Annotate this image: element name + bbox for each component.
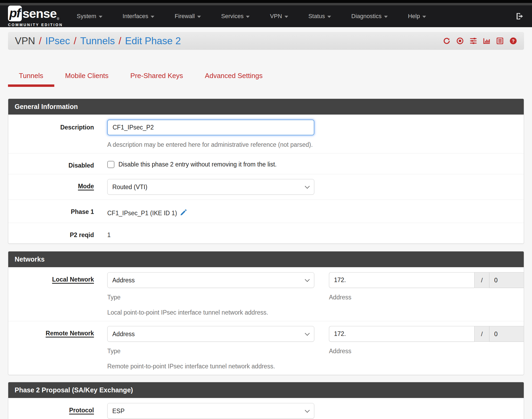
logo-edition-tagline: COMMUNITY EDITION xyxy=(8,23,63,27)
general-information-panel: General Information Description A descri… xyxy=(8,99,524,244)
tab-advanced-settings[interactable]: Advanced Settings xyxy=(194,72,274,87)
disabled-checkbox-label: Disable this phase 2 entry without remov… xyxy=(118,161,277,168)
local-network-label: Local Network xyxy=(8,272,107,316)
chevron-down-icon xyxy=(284,16,288,18)
breadcrumb-ipsec[interactable]: IPsec xyxy=(45,35,70,47)
remote-type-help: Type xyxy=(107,348,314,355)
status-chart-icon[interactable] xyxy=(483,37,490,45)
remote-address-help: Address xyxy=(329,348,524,355)
local-network-type-select[interactable]: Address xyxy=(107,272,314,288)
disabled-row: Disabled Disable this phase 2 entry with… xyxy=(8,153,524,174)
networks-panel: Networks Local Network Address Type Loca… xyxy=(8,251,524,375)
remote-mask-select[interactable]: 0 xyxy=(489,326,524,342)
menu-diagnostics[interactable]: Diagnostics xyxy=(351,13,388,20)
menu-interfaces[interactable]: Interfaces xyxy=(123,13,155,20)
sliders-icon[interactable] xyxy=(469,37,477,45)
mode-row: Mode Routed (VTI) xyxy=(8,174,524,200)
logo-pf-mark: pf xyxy=(8,6,22,21)
remote-network-help: Remote point-to-point IPsec interface tu… xyxy=(107,363,314,370)
protocol-select[interactable]: ESP xyxy=(107,403,314,419)
svg-text:?: ? xyxy=(512,39,514,44)
cidr-slash-addon: / xyxy=(474,326,489,342)
local-network-help: Local point-to-point IPsec interface tun… xyxy=(107,309,314,316)
logo-registered-mark: ® xyxy=(57,17,59,21)
description-input[interactable] xyxy=(107,120,314,135)
chevron-down-icon xyxy=(246,16,250,18)
tab-pre-shared-keys[interactable]: Pre-Shared Keys xyxy=(119,72,194,87)
chevron-down-icon xyxy=(197,16,201,18)
description-help: A description may be entered here for ad… xyxy=(107,141,516,148)
breadcrumb-edit-phase2[interactable]: Edit Phase 2 xyxy=(125,35,181,47)
local-address-input[interactable] xyxy=(329,272,474,288)
pfsense-logo[interactable]: pf sense ® COMMUNITY EDITION xyxy=(8,6,63,27)
chevron-down-icon xyxy=(422,16,426,18)
phase1-label: Phase 1 xyxy=(8,205,107,218)
description-label: Description xyxy=(8,120,107,148)
menu-vpn[interactable]: VPN xyxy=(270,13,288,20)
phase1-value: CF1_IPsec_P1 (IKE ID 1) xyxy=(107,210,177,217)
menu-firewall[interactable]: Firewall xyxy=(175,13,201,20)
phase2-proposal-panel: Phase 2 Proposal (SA/Key Exchange) Proto… xyxy=(8,382,524,419)
refresh-icon[interactable] xyxy=(443,37,451,45)
local-type-help: Type xyxy=(107,294,314,301)
top-navbar: pf sense ® COMMUNITY EDITION System Inte… xyxy=(0,5,532,27)
chevron-down-icon xyxy=(327,16,331,18)
logout-button[interactable] xyxy=(515,12,524,21)
breadcrumb-tunnels[interactable]: Tunnels xyxy=(80,35,115,47)
description-row: Description A description may be entered… xyxy=(8,115,524,153)
sign-out-icon xyxy=(515,12,524,21)
logo-sense-text: sense xyxy=(22,7,56,20)
chevron-down-icon xyxy=(151,16,154,18)
navbar-menus: System Interfaces Firewall Services VPN … xyxy=(77,13,426,20)
log-list-icon[interactable] xyxy=(496,37,504,45)
help-icon[interactable]: ? xyxy=(509,37,517,45)
tab-mobile-clients[interactable]: Mobile Clients xyxy=(54,72,119,87)
cidr-slash-addon: / xyxy=(474,272,489,288)
tab-tunnels[interactable]: Tunnels xyxy=(8,72,54,87)
edit-phase1-button[interactable] xyxy=(180,208,188,218)
panel-title: Phase 2 Proposal (SA/Key Exchange) xyxy=(8,382,524,398)
stop-circle-icon[interactable] xyxy=(456,37,464,45)
p2reqid-value: 1 xyxy=(107,228,516,239)
ipsec-tab-bar: Tunnels Mobile Clients Pre-Shared Keys A… xyxy=(8,72,524,87)
mode-select[interactable]: Routed (VTI) xyxy=(107,179,314,195)
remote-network-row: Remote Network Address Type Remote point… xyxy=(8,321,524,375)
breadcrumb-vpn: VPN xyxy=(15,35,35,47)
page-header: VPN / IPsec / Tunnels / Edit Phase 2 xyxy=(8,32,524,50)
remote-network-type-select[interactable]: Address xyxy=(107,326,314,342)
panel-title: General Information xyxy=(8,99,524,115)
p2reqid-label: P2 reqid xyxy=(8,228,107,239)
menu-status[interactable]: Status xyxy=(308,13,331,20)
menu-help[interactable]: Help xyxy=(408,13,426,20)
phase1-row: Phase 1 CF1_IPsec_P1 (IKE ID 1) xyxy=(8,200,524,223)
menu-services[interactable]: Services xyxy=(221,13,250,20)
mode-label: Mode xyxy=(8,179,107,195)
chevron-down-icon xyxy=(99,16,102,18)
breadcrumb: VPN / IPsec / Tunnels / Edit Phase 2 xyxy=(15,35,181,47)
window-sub-strip xyxy=(0,3,532,5)
panel-title: Networks xyxy=(8,251,524,267)
pencil-icon xyxy=(180,208,188,216)
local-mask-select[interactable]: 0 xyxy=(489,272,524,288)
protocol-row: Protocol ESP Encapsulating Security Payl… xyxy=(8,398,524,419)
window-top-strip xyxy=(0,0,532,3)
disabled-label: Disabled xyxy=(8,158,107,169)
menu-system[interactable]: System xyxy=(77,13,102,20)
remote-network-label: Remote Network xyxy=(8,326,107,370)
protocol-label: Protocol xyxy=(8,403,107,419)
disabled-checkbox[interactable] xyxy=(107,161,114,168)
remote-address-input[interactable] xyxy=(329,326,474,342)
chevron-down-icon xyxy=(384,16,388,18)
local-network-row: Local Network Address Type Local point-t… xyxy=(8,267,524,321)
local-address-help: Address xyxy=(329,294,524,301)
p2reqid-row: P2 reqid 1 xyxy=(8,223,524,243)
